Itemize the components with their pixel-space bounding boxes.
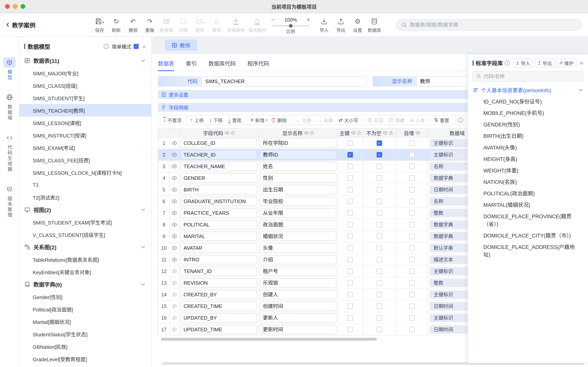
library-maintain-button[interactable]: 维护 <box>556 59 576 67</box>
tree-item[interactable]: SMIS_STUDENT_EXAM[学生考试] <box>19 216 151 228</box>
auto-increment-checkbox[interactable] <box>409 164 415 169</box>
row-visibility-toggle[interactable] <box>170 289 179 300</box>
not-null-checkbox[interactable] <box>377 303 382 309</box>
primary-key-checkbox[interactable] <box>347 268 353 274</box>
not-null-checkbox[interactable] <box>377 175 382 181</box>
field-name-input[interactable]: 从业年限 <box>260 208 336 218</box>
settings-button[interactable]: ⚙ 设置 <box>351 17 364 33</box>
zoom-slider-thumb[interactable] <box>289 24 293 28</box>
database-button[interactable]: 数据库 <box>368 17 381 33</box>
primary-key-checkbox[interactable] <box>347 303 353 309</box>
auto-increment-checkbox[interactable] <box>409 268 415 274</box>
tree-section-dicts[interactable]: 数据字典(6) <box>19 278 151 291</box>
field-table-row[interactable]: 14 CREATED_BY 创建人 主键标识 <box>158 289 486 300</box>
field-code-input[interactable]: GENDER <box>181 173 257 183</box>
auto-increment-checkbox[interactable] <box>409 280 415 286</box>
unpin-top-button[interactable]: ↑不置顶 <box>161 115 184 125</box>
field-code-input[interactable]: PRACTICE_YEARS <box>181 208 257 218</box>
library-field-item[interactable]: POLITICAL(政治面貌) <box>473 188 583 200</box>
auto-increment-checkbox[interactable] <box>409 140 415 146</box>
field-table-row[interactable]: 16 UPDATED_BY 更新人 主键标识 <box>158 312 486 324</box>
tree-item[interactable]: Marital[婚姻状况] <box>19 315 151 328</box>
import-button[interactable]: 导入 <box>318 17 331 33</box>
auto-increment-checkbox[interactable] <box>409 210 415 216</box>
field-name-input[interactable]: 介绍 <box>260 255 336 264</box>
tab-index[interactable]: 索引 <box>186 59 197 71</box>
auto-increment-checkbox[interactable] <box>409 245 415 251</box>
tree-item[interactable]: GBNation[民族] <box>19 340 151 353</box>
rail-item-model[interactable]: 模型 <box>3 57 16 80</box>
row-visibility-toggle[interactable] <box>170 137 179 149</box>
row-visibility-toggle[interactable] <box>170 300 179 312</box>
header-display-name[interactable]: 显示名称 <box>259 129 338 137</box>
field-table-row[interactable]: 2 TEACHER_ID 教师ID 主键标识 <box>158 149 486 161</box>
not-null-checkbox[interactable] <box>377 327 382 332</box>
info-icon[interactable]: i <box>505 60 510 66</box>
not-null-checkbox[interactable] <box>377 210 382 216</box>
not-null-checkbox[interactable] <box>377 257 382 262</box>
auto-increment-checkbox[interactable] <box>409 199 415 204</box>
field-table-row[interactable]: 11 INTRO 介绍 描述文本 <box>158 254 486 266</box>
not-null-checkbox[interactable] <box>377 164 382 169</box>
not-null-checkbox[interactable] <box>377 315 382 321</box>
tree-item[interactable]: TableRelations[数据表关系图] <box>19 253 151 266</box>
tree-section-tables[interactable]: 数据表(11) <box>19 54 151 67</box>
library-field-item[interactable]: DOMICILE_PLACE_ADDRESS(户籍地址) <box>473 242 583 261</box>
field-name-input[interactable]: 出生日期 <box>260 185 336 194</box>
field-name-input[interactable]: 创建时间 <box>260 301 336 311</box>
row-visibility-toggle[interactable] <box>170 161 179 172</box>
field-table-row[interactable]: 9 MARITAL 婚姻状况 数据字典 <box>158 231 486 242</box>
field-table-row[interactable]: 4 GENDER 性别 数据字典 <box>158 172 486 184</box>
move-right-button[interactable]: →右移 <box>314 115 336 125</box>
rectangle-dropdown-icon[interactable]: ▾ <box>203 21 204 24</box>
field-code-input[interactable]: GRADUATE_INSTITUTION <box>181 197 257 206</box>
to-database-button[interactable]: ⇊入库 <box>407 115 428 125</box>
auto-increment-checkbox[interactable] <box>409 257 415 262</box>
not-null-checkbox[interactable] <box>377 152 382 158</box>
primary-key-checkbox[interactable] <box>347 280 353 286</box>
back-button[interactable]: ‹ 教学案例 <box>6 21 35 29</box>
row-visibility-toggle[interactable] <box>170 254 179 265</box>
not-null-checkbox[interactable] <box>377 268 382 274</box>
header-field-code[interactable]: 字段代码 <box>179 129 259 137</box>
library-search[interactable] <box>473 71 583 82</box>
save-dropdown-icon[interactable]: ▾ <box>103 21 104 24</box>
field-code-input[interactable]: CREATED_TIME <box>181 301 257 311</box>
row-visibility-toggle[interactable] <box>170 312 179 324</box>
move-down-button[interactable]: ↓下移 <box>207 115 225 125</box>
row-visibility-toggle[interactable] <box>170 277 179 289</box>
refresh-button[interactable]: ↻ 刷新 <box>110 17 123 33</box>
primary-key-checkbox[interactable] <box>347 164 353 169</box>
row-visibility-toggle[interactable] <box>170 172 179 184</box>
row-visibility-toggle[interactable] <box>170 196 179 207</box>
info-icon[interactable]: i <box>104 44 109 49</box>
rectangle-button[interactable]: ▾ 矩形 <box>193 17 207 33</box>
primary-key-checkbox[interactable] <box>347 327 353 332</box>
doc-tab-teacher[interactable]: 教师 <box>165 40 197 51</box>
field-name-input[interactable]: 租户号 <box>260 267 336 276</box>
field-code-input[interactable]: MARITAL <box>181 232 257 241</box>
library-field-item[interactable]: WEIGHT(体重) <box>473 165 583 176</box>
header-auto-increment[interactable]: 自增 <box>396 129 428 137</box>
library-export-button[interactable]: 导出 <box>535 59 554 67</box>
group-button[interactable]: 分组 <box>177 17 190 33</box>
table-horizontal-scrollbar[interactable] <box>158 338 486 341</box>
tree-item[interactable]: GradeLevel[受教育程度] <box>19 353 151 365</box>
primary-key-checkbox[interactable] <box>347 257 353 262</box>
delete-field-button[interactable]: 删除 <box>268 115 289 125</box>
tree-item[interactable]: V_CLASS_STUDENT[班级学生] <box>19 228 151 241</box>
tree-item[interactable]: SIMS_STUDENT[学生] <box>19 92 151 104</box>
not-null-checkbox[interactable] <box>377 222 382 227</box>
header-not-null[interactable]: 不为空 <box>363 129 396 137</box>
field-code-input[interactable]: TEACHER_ID <box>181 150 257 159</box>
library-field-item[interactable]: BIRTH(出生日期) <box>473 131 583 142</box>
not-null-checkbox[interactable] <box>377 292 382 297</box>
export-button[interactable]: 导出 <box>334 17 347 33</box>
field-table-row[interactable]: 7 PRACTICE_YEARS 从业年限 整数 <box>158 207 486 219</box>
tree-item[interactable]: KeyEntities[关键业务对象] <box>19 266 151 278</box>
field-name-input[interactable]: 姓名 <box>260 162 336 171</box>
header-primary-key[interactable]: 主键 <box>338 129 363 137</box>
library-field-item[interactable]: NATION(名族) <box>473 176 583 188</box>
library-field-item[interactable]: ID_CARD_NO(身份证号) <box>473 96 583 108</box>
field-code-input[interactable]: TEACHER_NAME <box>181 162 257 171</box>
